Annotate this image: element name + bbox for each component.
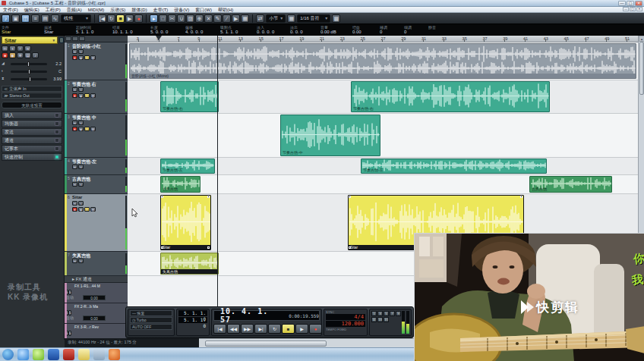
timeline-ruler[interactable]: 3579111315171921232527293133353739414345…	[128, 36, 644, 42]
add-track-button[interactable]	[65, 36, 71, 41]
solo-button[interactable]: s	[78, 49, 84, 54]
marker-button-1[interactable]: 1	[371, 311, 377, 316]
track-header-2[interactable]: 2节奏吉他 右ms●◉e▤	[65, 80, 128, 114]
record-enable-button[interactable]: ●	[72, 127, 77, 131]
activate-project-button[interactable]: ♪	[2, 14, 10, 23]
erase-tool[interactable]: ▨	[186, 14, 194, 23]
inspector-section-4[interactable]: 通道	[2, 137, 62, 144]
mini-transport-button-4[interactable]: ▶	[125, 14, 134, 23]
info-column-14[interactable]: 静音	[428, 25, 445, 35]
info-column-4[interactable]: 结束10. 1. 1. 0	[112, 25, 146, 35]
track-preset-button[interactable]: 无轨道预置	[2, 102, 62, 108]
track-lane-3[interactable]	[128, 114, 644, 158]
info-column-13[interactable]: 细调0	[404, 25, 424, 35]
menu-item-9[interactable]: 设备(V)	[171, 7, 192, 13]
marker-button-15[interactable]: 15	[384, 317, 389, 322]
stop-button[interactable]: ■	[282, 324, 295, 334]
maximize-button[interactable]: ▢	[627, 1, 634, 6]
input-routing[interactable]: ≪ 立体声 In	[2, 86, 62, 92]
edit-button[interactable]: e	[84, 207, 90, 212]
taskbar-icon-browser[interactable]	[17, 349, 29, 360]
track-fold-button[interactable]	[79, 36, 85, 41]
audio-event[interactable]: 节奏吉他-右	[160, 81, 219, 112]
vscroll-thumb[interactable]	[639, 42, 644, 95]
info-column-10[interactable]: 音量0.00 dB	[320, 25, 348, 35]
menu-item-2[interactable]: 编辑(E)	[21, 7, 43, 13]
info-column-6[interactable]: 偏移4. 0. 0. 0	[185, 25, 216, 35]
audio-event[interactable]: 失真吉他	[160, 253, 219, 275]
inspector-section-6[interactable]: 快速控制	[2, 153, 62, 161]
solo-button[interactable]: s	[78, 201, 84, 206]
edit-button[interactable]: e	[84, 93, 90, 98]
monitor-button[interactable]: ◉	[78, 93, 84, 98]
record-enable-button[interactable]: ●	[72, 207, 77, 212]
audio-event[interactable]: 节奏吉他-左	[361, 159, 547, 174]
track-header-4[interactable]: 4节奏吉他-左ms	[65, 158, 128, 175]
autoscroll-button[interactable]: ⇄	[256, 14, 264, 23]
solo-button[interactable]: s	[78, 87, 84, 92]
solo-button[interactable]: s	[68, 310, 71, 315]
inspector-section-1[interactable]: 插入	[2, 111, 62, 119]
fx-value[interactable]: 0.00	[83, 295, 106, 300]
project-cursor[interactable]	[217, 36, 218, 340]
hscroll-thumb[interactable]	[205, 341, 327, 347]
monitor-button[interactable]: ◉	[78, 55, 84, 60]
record-enable-button[interactable]: ●	[72, 93, 77, 98]
mute-button[interactable]: m	[72, 121, 77, 125]
info-column-7[interactable]: 吸附点5. 1. 1. 0	[220, 25, 252, 35]
setup-button[interactable]: ▣	[11, 14, 20, 23]
info-column-1[interactable]: 文件Sitar	[2, 25, 39, 35]
solo-button[interactable]: s	[78, 259, 84, 263]
solo-button[interactable]: s	[68, 331, 71, 336]
arrow-tool[interactable]: ▸	[150, 14, 158, 23]
track-filter-button[interactable]	[72, 36, 78, 41]
play-button[interactable]: ▶	[295, 324, 308, 334]
marker-button-7[interactable]: 7	[390, 311, 395, 316]
time-signature[interactable]: 4/4	[326, 314, 365, 320]
edit-button[interactable]: e	[84, 127, 90, 131]
taskbar-icon-start[interactable]	[2, 349, 14, 360]
track-header-5[interactable]: 5古典吉他ms	[65, 175, 128, 194]
forward-button[interactable]: ▶▶	[241, 324, 254, 334]
goto-start-button[interactable]: |◀	[213, 324, 226, 334]
cycle-record-mode[interactable]: ◷ Turbo	[130, 317, 172, 323]
menu-item-7[interactable]: 媒体(D)	[128, 7, 150, 13]
edit-button[interactable]: e	[84, 55, 90, 60]
lane-button[interactable]: ▤	[90, 93, 96, 98]
menu-item-10[interactable]: 窗口(W)	[192, 7, 215, 13]
inspector-section-5[interactable]: 记事本	[2, 145, 62, 152]
menu-item-11[interactable]: 帮助(H)	[215, 7, 236, 13]
solo-button[interactable]: s	[78, 121, 84, 125]
mini-transport-button-2[interactable]: ↻	[107, 14, 115, 23]
left-locator[interactable]: 5. 1. 1. 0	[178, 310, 207, 316]
mute-button[interactable]: m	[72, 87, 77, 92]
read-automation-button[interactable]: r	[17, 46, 24, 52]
snap-grid-dropdown[interactable]: 小节▾	[266, 14, 286, 23]
marker-button-5[interactable]: 5	[384, 311, 389, 316]
fx-folder-header[interactable]: ▸ FX 通道	[65, 276, 128, 283]
glue-tool[interactable]: ∪	[177, 14, 185, 23]
rewind-button[interactable]: ◀◀	[227, 324, 240, 334]
color-dropdown-button[interactable]: ▩	[332, 14, 340, 23]
audio-event[interactable]: 古典吉他	[160, 176, 200, 193]
solo-button[interactable]: s	[68, 290, 71, 295]
info-column-8[interactable]: 淡入0. 0. 0. 0	[257, 25, 286, 35]
position-display[interactable]: 10. 4. 1. 57 0:00:19.559	[213, 310, 320, 321]
output-routing[interactable]: ≫ Stereo Out	[2, 93, 62, 99]
audio-event[interactable]: 节奏吉他-中	[280, 115, 380, 156]
info-column-2[interactable]: 描述Sitar	[44, 25, 71, 35]
taskbar-icon-notepad[interactable]	[78, 349, 90, 360]
play-tool[interactable]: ▶	[232, 14, 240, 23]
monitor-button[interactable]: ◉	[9, 52, 16, 58]
solo-button[interactable]: s	[9, 46, 16, 52]
lane-button[interactable]: ▤	[90, 55, 96, 60]
monitor-button[interactable]: ◉	[78, 127, 84, 131]
mute-button[interactable]: m	[72, 49, 77, 54]
edit-channel-button[interactable]	[59, 37, 64, 43]
snap-button[interactable]: ▦	[287, 14, 295, 23]
lane-button[interactable]: ▤	[24, 52, 31, 58]
audio-event[interactable]: Sitar	[160, 195, 211, 250]
locator-marker[interactable]	[156, 36, 162, 40]
mute-button[interactable]: m	[72, 201, 77, 206]
mute-button[interactable]: m	[72, 182, 77, 187]
